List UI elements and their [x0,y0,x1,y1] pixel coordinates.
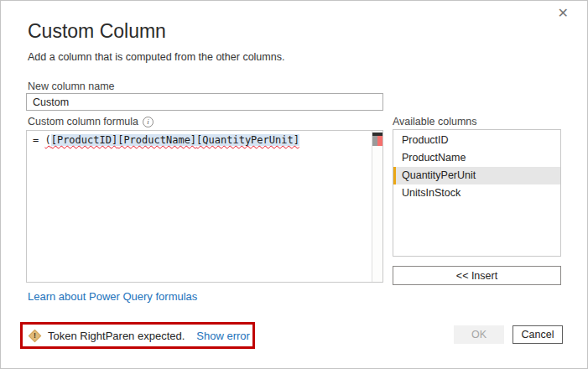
warning-icon: ! [29,329,42,342]
ok-button[interactable]: OK [454,325,504,344]
page-title: Custom Column [28,20,166,43]
dialog-subtitle: Add a column that is computed from the o… [28,51,284,63]
formula-token-quantityperunit: [QuantityPerUnit] [196,134,299,146]
formula-token-productid: [ProductID] [51,134,117,146]
formula-label-row: Custom column formula i [28,116,154,127]
column-item-productid[interactable]: ProductID [393,132,560,149]
available-columns-list[interactable]: ProductID ProductName QuantityPerUnit Un… [393,129,561,257]
error-message: Token RightParen expected. [48,330,185,342]
cancel-button[interactable]: Cancel [513,325,563,344]
editor-scrollbar[interactable] [372,131,382,282]
new-column-name-input[interactable] [26,93,383,111]
column-item-unitsinstock[interactable]: UnitsInStock [393,184,560,202]
available-columns-label: Available columns [393,116,477,127]
formula-label: Custom column formula [28,116,138,127]
formula-token-productname: [ProductName] [117,134,196,146]
scrollbar-error-marker [377,136,382,146]
formula-editor[interactable]: = ([ProductID][ProductName][QuantityPerU… [26,130,383,283]
column-item-quantityperunit[interactable]: QuantityPerUnit [393,167,560,184]
formula-code-line[interactable]: = ([ProductID][ProductName][QuantityPerU… [33,134,299,146]
custom-column-dialog: ✕ Custom Column Add a column that is com… [0,0,588,369]
info-icon[interactable]: i [143,117,154,127]
close-icon[interactable]: ✕ [558,7,569,20]
column-item-productname[interactable]: ProductName [393,149,560,167]
new-column-name-label: New column name [28,81,115,92]
formula-open-paren: ( [44,134,50,146]
show-error-link[interactable]: Show error [196,330,250,342]
error-annotation-box: ! Token RightParen expected. Show error [20,322,255,349]
formula-prefix: = [33,134,44,146]
formula-error-squiggle: ([ProductID][ProductName][QuantityPerUni… [44,134,299,146]
warning-icon-glyph: ! [34,332,36,340]
learn-formulas-link[interactable]: Learn about Power Query formulas [28,290,197,303]
insert-button[interactable]: << Insert [393,266,561,285]
